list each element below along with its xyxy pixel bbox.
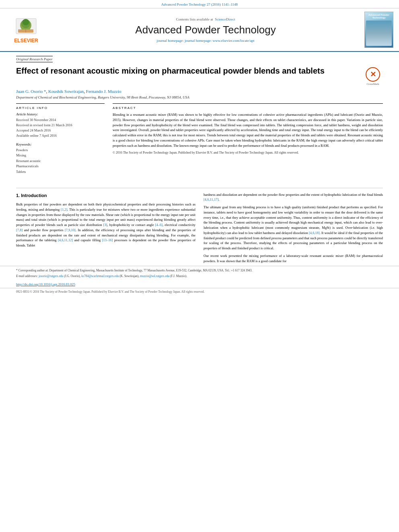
keywords-label: Keywords: (16, 142, 105, 146)
abstract-section: ABSTRACT Blending in a resonant acoustic… (113, 103, 383, 175)
crossmark-icon: ✕ (366, 67, 380, 82)
affiliation: Department of Chemical and Biochemical E… (16, 95, 383, 99)
accepted-date: Accepted 24 March 2016 (16, 128, 105, 133)
sciencedirect-line: Contents lists available at ScienceDirec… (176, 17, 235, 21)
received-date: Received 30 November 2014 (16, 118, 105, 123)
ref-4-6-11-12: [4,6,11,12] (58, 238, 73, 242)
body-col-left: 1. Introduction Bulk properties of fine … (16, 192, 195, 266)
keywords-section: Keywords: Powders Mixing Resonant acoust… (16, 142, 105, 175)
journal-header: ELSEVIER Contents lists available at Sci… (0, 8, 399, 52)
authors-line: Juan G. Osorio *, Koushik Sowrirajan, Fe… (16, 89, 383, 94)
elsevier-brand-label: ELSEVIER (14, 38, 38, 43)
journal-cover: Advanced Powder Technology (363, 12, 395, 48)
keyword-1: Powders (16, 148, 105, 153)
journal-homepage: journal homepage: journal homepage: www.… (157, 39, 255, 43)
elsevier-logo: ELSEVIER (4, 12, 48, 48)
keyword-5: Tablets (16, 169, 105, 175)
abstract-heading: ABSTRACT (113, 106, 383, 110)
email-1[interactable]: josorio@rutgers.edu (39, 274, 63, 278)
footnote-area: * Corresponding author at: Department of… (0, 266, 399, 278)
sciencedirect-prefix: Contents lists available at (176, 17, 213, 21)
ref-4-6-18: [4,6,18] (309, 231, 320, 235)
body-content: 1. Introduction Bulk properties of fine … (0, 192, 399, 266)
cover-image: Advanced Powder Technology (364, 12, 393, 48)
ref-3: [3] (103, 223, 107, 227)
journal-center: Contents lists available at ScienceDirec… (52, 12, 359, 48)
ref-4-6-11-17: [4,6,11,17] (204, 197, 218, 201)
email-2[interactable]: ks784@scarletmail.rutgers.edu (81, 274, 119, 278)
section-divider (16, 188, 383, 188)
keyword-4: Pharmaceuticals (16, 164, 105, 169)
author-1: Juan G. Osorio (16, 89, 43, 94)
copyright-line: © 2016 The Society of Powder Technology … (113, 150, 383, 155)
cover-title: Advanced Powder Technology (366, 14, 392, 19)
footer-text: 0921-8831/© 2016 The Society of Powder T… (16, 290, 204, 294)
body-col2-paragraph3: Our recent work presented the mixing per… (204, 253, 383, 264)
author-2: Koushik Sowrirajan (48, 89, 84, 94)
ref-4-6: [4–6] (155, 223, 162, 227)
email-label: E-mail addresses: (16, 274, 39, 278)
article-info-abstract: ARTICLE INFO Article history: Received 3… (16, 103, 383, 175)
body-col1-paragraph1: Bulk properties of fine powders are depe… (16, 202, 195, 248)
body-col2-paragraph1: hardness and dissolution are dependent o… (204, 192, 383, 203)
footnote-emails: E-mail addresses: josorio@rutgers.edu (J… (16, 274, 383, 279)
sciencedirect-link[interactable]: ScienceDirect (215, 17, 235, 21)
body-col2-paragraph2: The ultimate goal from any blending proc… (204, 205, 383, 251)
article-content: Original Research Paper Effect of resona… (0, 52, 399, 184)
crossmark-label: CrossMark (366, 82, 379, 86)
abstract-paragraph: Blending in a resonant acoustic mixer (R… (113, 112, 383, 148)
keyword-2: Mixing (16, 153, 105, 158)
history-label: Article history: (16, 112, 105, 116)
author-3: Fernando J. Muzzio (86, 89, 121, 94)
crossmark-badge[interactable]: ✕ CrossMark (363, 67, 383, 86)
email-3[interactable]: muzzio@sol.rutgers.edu (140, 274, 169, 278)
elsevier-tree-icon (14, 16, 38, 37)
doi-section: http://dx.doi.org/10.1016/j.apt.2016.03.… (0, 279, 399, 288)
ref-1-2: [1,2] (61, 207, 67, 212)
journal-citation-text: Advanced Powder Technology 27 (2016) 114… (161, 2, 238, 6)
revised-date: Received in revised form 21 March 2016 (16, 123, 105, 128)
ref-13-16: [13–16] (102, 238, 113, 242)
doi-link[interactable]: http://dx.doi.org/10.1016/j.apt.2016.03.… (16, 282, 75, 286)
article-type-label: Original Research Paper (16, 56, 53, 62)
body-col-right: hardness and dissolution are dependent o… (204, 192, 383, 266)
keyword-3: Resonant acoustic (16, 158, 105, 164)
cover-visual (366, 21, 392, 46)
ref-7-8: [7,8] (16, 228, 23, 232)
article-info-section: ARTICLE INFO Article history: Received 3… (16, 103, 105, 175)
article-info-heading: ARTICLE INFO (16, 106, 105, 110)
footnote-corresponding: * Corresponding author at: Department of… (16, 269, 383, 273)
journal-citation-bar: Advanced Powder Technology 27 (2016) 114… (0, 0, 399, 8)
section1-title: 1. Introduction (16, 192, 195, 199)
page-footer: 0921-8831/© 2016 The Society of Powder T… (0, 288, 399, 295)
available-date: Available online 7 April 2016 (16, 134, 105, 138)
journal-main-title: Advanced Powder Technology (135, 24, 276, 36)
article-title: Effect of resonant acoustic mixing on ph… (16, 66, 355, 76)
abstract-text: Blending in a resonant acoustic mixer (R… (113, 112, 383, 155)
homepage-label: journal homepage: (157, 39, 185, 43)
svg-point-4 (23, 19, 29, 25)
ref-7-9-10: [7,9,10] (65, 228, 76, 232)
homepage-url[interactable]: journal homepage: www.elsevier.com/locat… (185, 39, 254, 43)
article-title-row: Effect of resonant acoustic mixing on ph… (16, 66, 383, 86)
